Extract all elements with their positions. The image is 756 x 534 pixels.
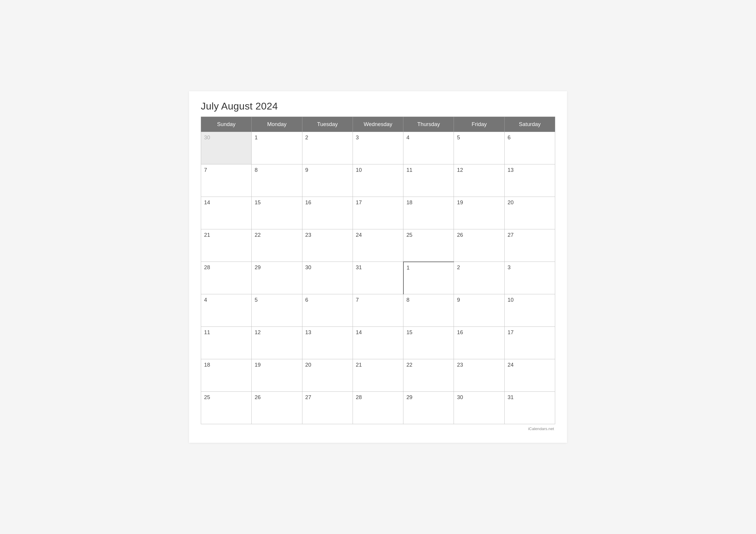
calendar-day-cell: 23 — [302, 229, 353, 262]
calendar-day-cell: 19 — [454, 197, 504, 229]
calendar-day-cell: 29 — [403, 392, 454, 424]
day-number: 7 — [356, 297, 400, 303]
header-row: SundayMondayTuesdayWednesdayThursdayFrid… — [201, 117, 555, 132]
calendar-day-cell: 23 — [454, 359, 504, 392]
day-number: 26 — [255, 394, 299, 401]
calendar-day-cell: 3 — [353, 132, 403, 164]
day-number: 25 — [406, 232, 451, 238]
day-number: 14 — [356, 329, 400, 335]
day-number: 26 — [457, 232, 501, 238]
day-number: 6 — [508, 134, 552, 141]
calendar-day-cell: 30 — [302, 262, 353, 294]
day-number: 11 — [204, 329, 248, 335]
day-number: 9 — [305, 167, 350, 173]
day-number: 2 — [305, 134, 350, 141]
day-number: 3 — [508, 264, 552, 271]
calendar-week-row: 28293031123 — [201, 262, 555, 294]
calendar-day-cell: 7 — [353, 294, 403, 327]
calendar-day-cell: 8 — [252, 164, 302, 197]
calendar-day-cell: 19 — [252, 359, 302, 392]
day-number: 28 — [204, 264, 248, 271]
calendar-day-cell: 4 — [201, 294, 252, 327]
header-day-tuesday: Tuesday — [302, 117, 353, 132]
header-day-saturday: Saturday — [504, 117, 555, 132]
footer: iCalendars.net — [201, 427, 555, 431]
day-number: 27 — [508, 232, 552, 238]
header-day-monday: Monday — [252, 117, 302, 132]
calendar-day-cell: 8 — [403, 294, 454, 327]
day-number: 22 — [255, 232, 299, 238]
calendar-day-cell: 1 — [252, 132, 302, 164]
calendar-day-cell: 30 — [454, 392, 504, 424]
calendar-day-cell: 25 — [403, 229, 454, 262]
calendar-day-cell: 16 — [454, 327, 504, 359]
day-number: 3 — [356, 134, 400, 141]
calendar-day-cell: 13 — [504, 164, 555, 197]
day-number: 27 — [305, 394, 350, 401]
calendar-week-row: 78910111213 — [201, 164, 555, 197]
calendar-day-cell: 4 — [403, 132, 454, 164]
calendar-day-cell: 12 — [252, 327, 302, 359]
day-number: 10 — [356, 167, 400, 173]
day-number: 20 — [305, 361, 350, 368]
calendar-week-row: 21222324252627 — [201, 229, 555, 262]
day-number: 29 — [406, 394, 451, 401]
calendar-day-cell: 10 — [504, 294, 555, 327]
day-number: 4 — [406, 134, 451, 141]
calendar-day-cell: 1 — [403, 262, 454, 294]
calendar-day-cell: 16 — [302, 197, 353, 229]
calendar-day-cell: 2 — [302, 132, 353, 164]
calendar-day-cell: 27 — [504, 229, 555, 262]
calendar-day-cell: 24 — [353, 229, 403, 262]
calendar-week-row: 14151617181920 — [201, 197, 555, 229]
day-number: 24 — [356, 232, 400, 238]
day-number: 14 — [204, 199, 248, 206]
day-number: 9 — [457, 297, 501, 303]
day-number: 10 — [508, 297, 552, 303]
day-number: 30 — [457, 394, 501, 401]
calendar-day-cell: 6 — [504, 132, 555, 164]
day-number: 6 — [305, 297, 350, 303]
day-number: 16 — [457, 329, 501, 335]
calendar-day-cell: 9 — [302, 164, 353, 197]
calendar-day-cell: 14 — [353, 327, 403, 359]
day-number: 25 — [204, 394, 248, 401]
header-day-thursday: Thursday — [403, 117, 454, 132]
calendar-day-cell: 9 — [454, 294, 504, 327]
calendar-day-cell: 5 — [454, 132, 504, 164]
calendar-day-cell: 10 — [353, 164, 403, 197]
day-number: 4 — [204, 297, 248, 303]
calendar-week-row: 18192021222324 — [201, 359, 555, 392]
calendar-day-cell: 26 — [252, 392, 302, 424]
calendar-day-cell: 21 — [201, 229, 252, 262]
calendar-day-cell: 6 — [302, 294, 353, 327]
calendar-day-cell: 13 — [302, 327, 353, 359]
calendar-week-row: 11121314151617 — [201, 327, 555, 359]
day-number: 1 — [407, 264, 451, 271]
day-number: 5 — [255, 297, 299, 303]
calendar-day-cell: 7 — [201, 164, 252, 197]
calendar-day-cell: 29 — [252, 262, 302, 294]
calendar-day-cell: 20 — [504, 197, 555, 229]
calendar-day-cell: 15 — [252, 197, 302, 229]
calendar-day-cell: 30 — [201, 132, 252, 164]
calendar-day-cell: 25 — [201, 392, 252, 424]
calendar-day-cell: 31 — [504, 392, 555, 424]
calendar-week-row: 30123456 — [201, 132, 555, 164]
day-number: 30 — [305, 264, 350, 271]
day-number: 2 — [457, 264, 501, 271]
calendar-day-cell: 27 — [302, 392, 353, 424]
day-number: 17 — [356, 199, 400, 206]
day-number: 1 — [255, 134, 299, 141]
day-number: 18 — [406, 199, 451, 206]
calendar-day-cell: 21 — [353, 359, 403, 392]
calendar-week-row: 25262728293031 — [201, 392, 555, 424]
calendar-day-cell: 31 — [353, 262, 403, 294]
day-number: 29 — [255, 264, 299, 271]
header-day-friday: Friday — [454, 117, 504, 132]
day-number: 21 — [356, 361, 400, 368]
day-number: 7 — [204, 167, 248, 173]
day-number: 23 — [457, 361, 501, 368]
day-number: 24 — [508, 361, 552, 368]
calendar-day-cell: 11 — [201, 327, 252, 359]
